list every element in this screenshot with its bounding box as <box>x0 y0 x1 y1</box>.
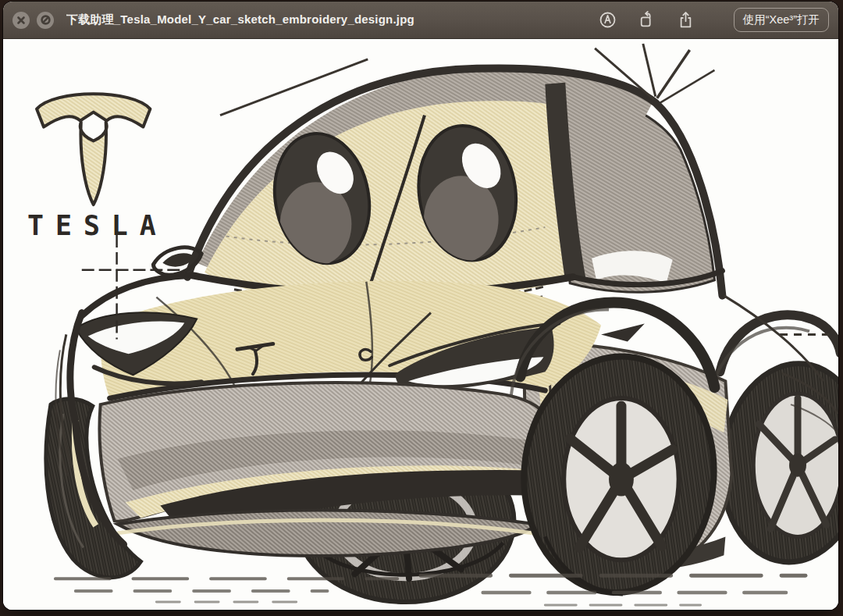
window-title: 下载助理_Tesla_Model_Y_car_sketch_embroidery… <box>66 12 414 27</box>
titlebar-actions: 使用“Xee³”打开 <box>599 8 829 32</box>
share-button[interactable] <box>677 11 695 29</box>
markup-button[interactable] <box>599 11 617 29</box>
markup-pen-icon <box>599 11 617 29</box>
open-with-xee-button[interactable]: 使用“Xee³”打开 <box>734 8 829 32</box>
close-icon <box>16 16 26 25</box>
embroidery-car-sketch-image: TESLA <box>3 39 838 610</box>
image-viewer-canvas[interactable]: TESLA <box>3 39 838 610</box>
block-button[interactable] <box>37 12 54 29</box>
slash-circle-icon <box>41 15 51 25</box>
close-button[interactable] <box>12 12 30 29</box>
titlebar: 下载助理_Tesla_Model_Y_car_sketch_embroidery… <box>3 2 838 39</box>
share-icon <box>677 11 695 29</box>
quicklook-window: 下载助理_Tesla_Model_Y_car_sketch_embroidery… <box>3 2 838 610</box>
rotate-icon <box>638 11 656 29</box>
tesla-wordmark: TESLA <box>27 210 168 241</box>
rotate-button[interactable] <box>638 11 656 29</box>
